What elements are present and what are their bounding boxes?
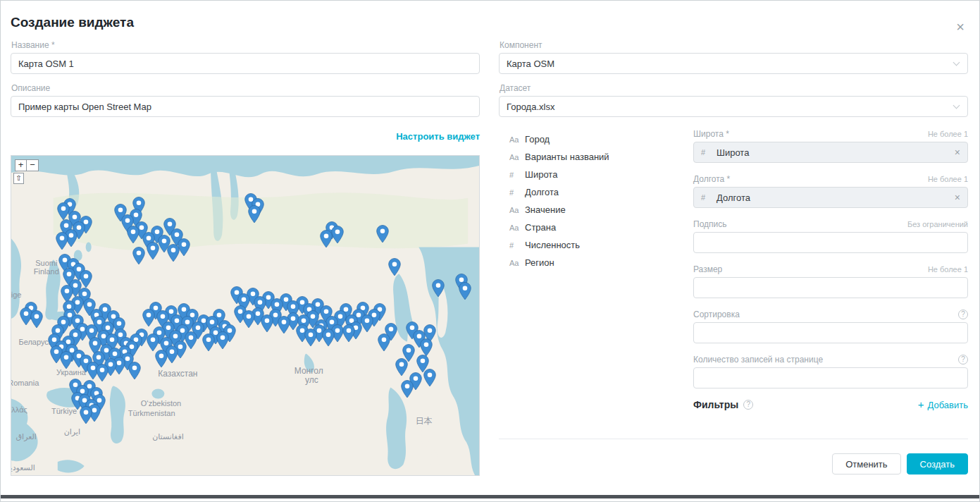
configure-widget-link[interactable]: Настроить виджет (396, 131, 480, 142)
plus-icon: + (918, 400, 924, 410)
map-pin[interactable] (304, 329, 317, 347)
field-type-icon: # (509, 241, 525, 250)
map-pin[interactable] (59, 351, 73, 369)
filters-label: Фильтры (693, 399, 738, 410)
map-pin[interactable] (132, 247, 145, 265)
help-icon[interactable]: ? (958, 310, 968, 319)
field-name-label: Значение (525, 204, 566, 215)
dataset-field-item[interactable]: Aa Регион (509, 254, 683, 271)
description-input[interactable] (11, 96, 480, 117)
window-bottom-edge (1, 495, 979, 498)
filters-row: Фильтры ? + Добавить (693, 399, 968, 410)
dataset-field-item[interactable]: # Долгота (509, 183, 683, 201)
remove-chip-icon[interactable]: × (955, 147, 960, 158)
close-button[interactable]: × (953, 19, 968, 35)
field-type-icon: Aa (509, 259, 525, 267)
help-icon[interactable]: ? (958, 355, 968, 365)
page-title: Создание виджета (11, 15, 134, 30)
dropzone-box[interactable]: # Долгота × (693, 187, 968, 208)
dropzone-hint: Не более 1 (928, 265, 968, 274)
map-pin[interactable] (342, 324, 356, 343)
dropzone-box[interactable] (693, 232, 968, 253)
dataset-select[interactable]: Города.xlsx (499, 96, 968, 117)
map-zoom-controls: + − (15, 159, 39, 171)
dropzone-label: Широта * (693, 129, 729, 139)
map-pin[interactable] (30, 310, 43, 329)
map-pin[interactable] (388, 258, 402, 276)
map-pin[interactable] (261, 314, 274, 333)
dropzone-label: Подпись (693, 219, 727, 229)
map-pin[interactable] (79, 406, 92, 424)
footer-divider (499, 439, 968, 439)
field-type-icon: # (509, 171, 525, 179)
cancel-button[interactable]: Отменить (832, 453, 900, 475)
chevron-down-icon (953, 59, 960, 66)
dropzone-label: Количество записей на странице (693, 355, 823, 365)
dropzone-group: Сортировка ? (693, 309, 968, 343)
chip-name-label: Широта (717, 147, 749, 158)
component-label: Компонент (500, 40, 968, 50)
dropzone-group: Размер Не более 1 (693, 264, 968, 298)
dropzone-group: Долгота * Не более 1 # Долгота × (693, 173, 968, 208)
dataset-field-item[interactable]: Aa Значение (509, 201, 683, 219)
dropzone-group: Подпись Без ограничений (693, 219, 968, 253)
field-name-label: Регион (525, 257, 554, 268)
dataset-field-item[interactable]: Aa Страна (509, 219, 683, 236)
map-pin[interactable] (319, 230, 333, 248)
dropzone-label: Долгота * (693, 174, 730, 184)
map-pin[interactable] (432, 279, 445, 298)
field-type-icon: Aa (509, 153, 525, 161)
map-pin[interactable] (216, 331, 230, 350)
map-pin[interactable] (242, 310, 256, 329)
map-pin[interactable] (128, 362, 142, 380)
dropzone-group: Широта * Не более 1 # Широта × (693, 128, 968, 163)
map-pin[interactable] (423, 369, 437, 387)
dropzone-label: Сортировка (693, 310, 740, 319)
map-pin[interactable] (459, 282, 472, 300)
dataset-label: Датасет (500, 83, 968, 93)
dataset-field-item[interactable]: Aa Варианты названий (509, 148, 683, 166)
map-pin[interactable] (378, 333, 391, 352)
map-pin[interactable] (202, 333, 216, 352)
map-pin[interactable] (55, 232, 68, 250)
name-input[interactable] (11, 53, 480, 74)
field-chip: # Долгота × (701, 192, 960, 203)
create-button[interactable]: Создать (907, 453, 968, 475)
map-pin[interactable] (278, 316, 291, 334)
dropzone-box[interactable] (693, 277, 968, 298)
add-filter-button[interactable]: + Добавить (918, 400, 968, 410)
chevron-down-icon (953, 102, 960, 109)
description-label: Описание (11, 83, 480, 93)
map-pin[interactable] (401, 380, 414, 398)
dataset-field-item[interactable]: # Численность (509, 236, 683, 254)
filters-help-icon[interactable]: ? (743, 400, 753, 410)
map-pin[interactable] (248, 205, 261, 224)
map-pin[interactable] (155, 350, 168, 368)
map-pin[interactable] (146, 242, 159, 260)
map-pin[interactable] (95, 364, 108, 382)
map-extent-button[interactable]: ⇧ (13, 173, 24, 184)
map-preview[interactable]: Suomi Finland rige Беларусь Украина Roma… (11, 155, 480, 476)
field-type-icon: # (509, 188, 525, 197)
component-select[interactable]: Карта OSM (499, 53, 968, 74)
dropzone-box[interactable]: # Широта × (693, 142, 968, 163)
map-pin[interactable] (127, 226, 140, 244)
zoom-out-button[interactable]: − (27, 159, 39, 171)
dropzone-box[interactable] (693, 322, 968, 343)
dropzone-hint: Не более 1 (928, 130, 968, 138)
zoom-in-button[interactable]: + (15, 159, 27, 171)
map-pin[interactable] (321, 329, 335, 347)
map-pin[interactable] (142, 309, 156, 327)
map-pin[interactable] (376, 225, 390, 243)
map-pin[interactable] (395, 358, 409, 376)
map-pin[interactable] (146, 333, 159, 352)
field-name-label: Долгота (525, 187, 559, 197)
dropzone-box[interactable] (693, 367, 968, 388)
remove-chip-icon[interactable]: × (955, 192, 960, 203)
component-select-value: Карта OSM (507, 59, 554, 69)
dataset-field-item[interactable]: # Широта (509, 166, 683, 183)
chip-type-icon: # (701, 193, 717, 202)
dropzone-label: Размер (693, 264, 722, 274)
dataset-field-item[interactable]: Aa Город (509, 130, 683, 148)
map-pin[interactable] (167, 244, 180, 262)
